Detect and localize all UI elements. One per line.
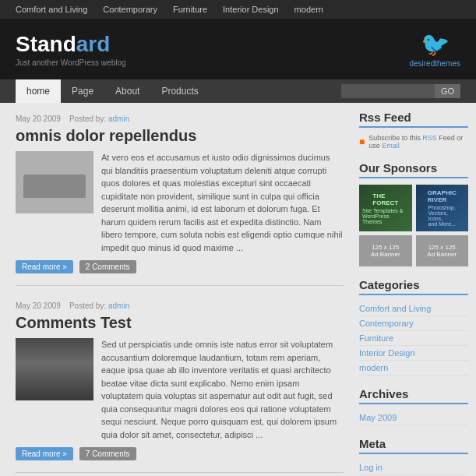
rss-icon: ■ bbox=[359, 136, 365, 147]
meta-list: Log in Entries RSS Comments RSS WordPres… bbox=[359, 460, 468, 476]
post-2-body: Sed ut perspiciatis unde omnis iste natu… bbox=[16, 338, 344, 441]
rss-feed: ■ Subscribe to this RSS Feed or use Emai… bbox=[359, 134, 468, 150]
post-1-image bbox=[16, 151, 93, 213]
nav-page[interactable]: Page bbox=[61, 79, 104, 103]
logo-text: Standard bbox=[16, 32, 126, 57]
sponsors-title: Our Sponsors bbox=[359, 161, 468, 178]
topnav-interior[interactable]: Interior Design bbox=[223, 5, 279, 14]
search-input[interactable] bbox=[341, 84, 435, 98]
ad-banners: 125 x 125Ad Banner 125 x 125Ad Banner bbox=[359, 235, 468, 266]
post-1-footer: Read more » 2 Comments bbox=[16, 260, 344, 273]
post-1-title: omnis dolor repellendus bbox=[16, 127, 344, 145]
post-1-text: At vero eos et accusamus et iusto odio d… bbox=[101, 151, 344, 254]
archives-title: Archives bbox=[359, 387, 468, 404]
topnav-modern[interactable]: modern bbox=[294, 5, 323, 14]
logo-ard: ard bbox=[76, 32, 111, 56]
sidebar-archives: Archives May 2009 bbox=[359, 387, 468, 425]
topnav-comfort[interactable]: Comfort and Living bbox=[16, 5, 87, 14]
logo-subtitle: Just another WordPress weblog bbox=[16, 58, 126, 67]
nav-items: home Page About Products bbox=[16, 79, 210, 103]
topnav-furniture[interactable]: Furniture bbox=[173, 5, 207, 14]
site-logo: Standard Just another WordPress weblog bbox=[16, 32, 126, 67]
post-2-text: Sed ut perspiciatis unde omnis iste natu… bbox=[101, 338, 344, 441]
post-2-title: Comments Test bbox=[16, 314, 344, 332]
search-form: GO bbox=[341, 84, 460, 98]
post-2-author[interactable]: admin bbox=[108, 301, 129, 310]
post-2-footer: Read more » 7 Comments bbox=[16, 447, 344, 460]
rss-link[interactable]: RSS bbox=[422, 134, 437, 142]
forest-desc: Site Templates &WordPress Themes bbox=[362, 208, 409, 224]
sidebar-meta: Meta Log in Entries RSS Comments RSS Wor… bbox=[359, 437, 468, 476]
post-2: May 20 2009 Posted by: admin Comments Te… bbox=[16, 301, 344, 473]
post-2-meta: May 20 2009 Posted by: admin bbox=[16, 301, 344, 310]
nav-products[interactable]: Products bbox=[150, 79, 209, 103]
top-navigation: Comfort and Living Contemporary Furnitur… bbox=[0, 0, 476, 19]
category-interior: Interior Design bbox=[359, 346, 468, 361]
sidebar: Rss Feed ■ Subscribe to this RSS Feed or… bbox=[355, 103, 476, 476]
main-content: May 20 2009 Posted by: admin omnis dolor… bbox=[0, 103, 355, 476]
category-furniture: Furniture bbox=[359, 331, 468, 346]
meta-title: Meta bbox=[359, 437, 468, 454]
twitter-link[interactable]: 🐦 desiredthemes bbox=[409, 30, 460, 68]
rss-text: Subscribe to this RSS Feed or use Email bbox=[368, 134, 468, 150]
topnav-contemporary[interactable]: Contemporary bbox=[103, 5, 157, 14]
sponsor-river[interactable]: GRAPHICRIVER Photoshop,Vectors,Icons,and… bbox=[416, 185, 469, 231]
content-wrapper: May 20 2009 Posted by: admin omnis dolor… bbox=[0, 103, 476, 476]
main-navigation: home Page About Products GO bbox=[0, 79, 476, 103]
categories-title: Categories bbox=[359, 278, 468, 295]
archives-list: May 2009 bbox=[359, 411, 468, 425]
nav-about[interactable]: About bbox=[104, 79, 150, 103]
sponsor-forest[interactable]: THEFORECT Site Templates &WordPress Them… bbox=[359, 185, 412, 231]
ad-banner-2[interactable]: 125 x 125Ad Banner bbox=[416, 235, 469, 266]
forest-logo: THEFORECT bbox=[372, 192, 398, 206]
river-desc: Photoshop,Vectors,Icons,and More... bbox=[428, 205, 456, 227]
post-2-comments[interactable]: 7 Comments bbox=[79, 447, 136, 460]
category-modern: modern bbox=[359, 361, 468, 376]
twitter-icon: 🐦 bbox=[421, 30, 450, 58]
rss-title: Rss Feed bbox=[359, 111, 468, 128]
sidebar-sponsors: Our Sponsors THEFORECT Site Templates &W… bbox=[359, 161, 468, 266]
post-1-author[interactable]: admin bbox=[108, 115, 129, 123]
post-1-date: May 20 2009 bbox=[16, 115, 61, 123]
post-1-comments[interactable]: 2 Comments bbox=[79, 260, 136, 273]
sponsors-grid: THEFORECT Site Templates &WordPress Them… bbox=[359, 185, 468, 231]
post-1-meta: May 20 2009 Posted by: admin bbox=[16, 115, 344, 123]
post-1: May 20 2009 Posted by: admin omnis dolor… bbox=[16, 115, 344, 286]
post-2-readmore[interactable]: Read more » bbox=[16, 447, 73, 460]
nav-home[interactable]: home bbox=[16, 79, 61, 103]
site-header: Standard Just another WordPress weblog 🐦… bbox=[0, 19, 476, 79]
archive-may2009: May 2009 bbox=[359, 411, 468, 425]
categories-list: Comfort and Living Contemporary Furnitur… bbox=[359, 301, 468, 376]
post-2-date: May 20 2009 bbox=[16, 301, 61, 310]
category-comfort: Comfort and Living bbox=[359, 301, 468, 316]
twitter-label: desiredthemes bbox=[409, 59, 460, 68]
post-1-readmore[interactable]: Read more » bbox=[16, 260, 73, 273]
sidebar-categories: Categories Comfort and Living Contempora… bbox=[359, 278, 468, 376]
river-logo: GRAPHICRIVER bbox=[428, 189, 457, 203]
logo-std: Stand bbox=[16, 32, 76, 56]
search-button[interactable]: GO bbox=[435, 84, 460, 98]
post-1-body: At vero eos et accusamus et iusto odio d… bbox=[16, 151, 344, 254]
email-link[interactable]: Email bbox=[382, 142, 400, 150]
category-contemporary: Contemporary bbox=[359, 316, 468, 331]
ad-banner-1[interactable]: 125 x 125Ad Banner bbox=[359, 235, 412, 266]
sidebar-rss: Rss Feed ■ Subscribe to this RSS Feed or… bbox=[359, 111, 468, 150]
meta-login: Log in bbox=[359, 460, 468, 475]
post-2-image bbox=[16, 338, 93, 400]
